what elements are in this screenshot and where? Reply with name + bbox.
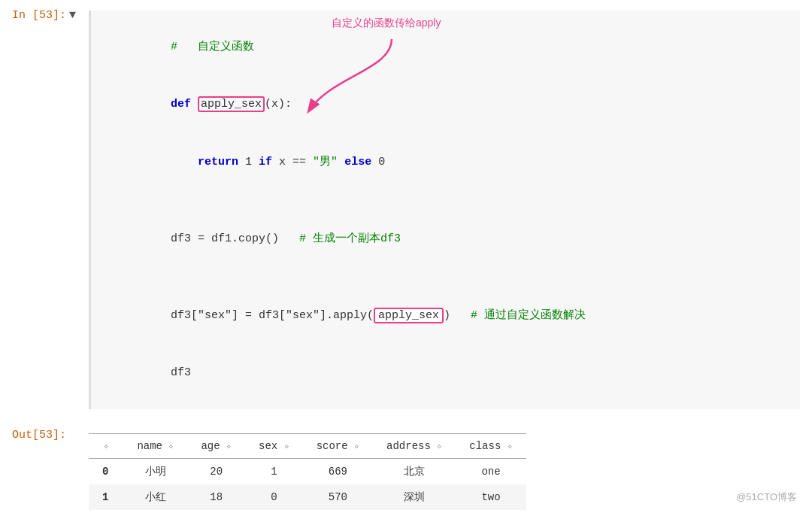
col-header-class[interactable]: class ⬦ [456,434,526,459]
cell-class: one [456,510,526,513]
df3-var: df3 [171,366,191,379]
out-label-text: Out[53]: [12,429,66,442]
cell-address: 北京 [373,459,456,485]
cell-address: 广州 [373,510,456,513]
cell-age: 18 [187,484,245,510]
else-val: 0 [378,156,385,168]
comment-2: # 生成一个副本df3 [299,232,401,245]
cell-address: 深圳 [373,484,456,510]
keyword-else: else [344,156,378,168]
code-line-1: # 自定义函数 [103,18,788,76]
row-index: 1 [89,484,123,510]
cell-name: 小明 [123,459,187,485]
df3-assign: df3 = df1.copy() [171,232,299,245]
dataframe-table: ⬦ name ⬦ age ⬦ sex ⬦ score ⬦ address ⬦ c… [89,433,526,513]
cell-content: # 自定义函数 def apply_sex(x): return 1 if x … [83,8,812,412]
col-header-name[interactable]: name ⬦ [123,434,187,459]
collapse-arrow[interactable]: ▼ [69,9,76,22]
func-name-highlight: apply_sex [198,96,265,112]
indent-3 [171,156,198,168]
cell-name: 小孙 [123,510,187,513]
code-line-3: return 1 if x == "男" else 0 [103,133,788,191]
cell-name: 小红 [123,484,187,510]
cell-input: In [53]: ▼ # 自定义函数 def apply_sex(x): ret… [0,0,812,420]
cell-score: 642 [303,510,373,513]
apply-sex-highlight: apply_sex [374,308,444,323]
keyword-if: if [259,156,279,168]
apply-right: ) [444,309,471,322]
cell-sex: 1 [245,510,303,513]
cell-age: 27 [187,510,245,513]
watermark: @51CTO博客 [736,490,797,504]
col-header-score[interactable]: score ⬦ [303,434,373,459]
space-else [338,156,344,168]
code-block: # 自定义函数 def apply_sex(x): return 1 if x … [89,11,800,409]
cell-age: 20 [187,459,245,485]
cell-score: 570 [303,484,373,510]
annotation-text: 自定义的函数传给apply [332,17,441,30]
row-index: 0 [89,459,123,485]
col-header-address[interactable]: address ⬦ [373,434,456,459]
cell-sex: 1 [245,459,303,485]
table-body: 0小明201669北京one1小红180570深圳two2小孙271642广州o… [89,459,526,514]
col-header-idx[interactable]: ⬦ [89,434,123,459]
table-header: ⬦ name ⬦ age ⬦ sex ⬦ score ⬦ address ⬦ c… [89,434,526,459]
return-val: 1 [245,156,259,168]
table-row: 1小红180570深圳two [89,484,526,510]
cell-sex: 0 [245,484,303,510]
str-man: "男" [313,156,338,168]
cond-x: x == [279,156,313,168]
code-line-5: df3 = df1.copy() # 生成一个副本df3 [103,210,788,268]
code-line-2: def apply_sex(x): [103,76,788,134]
keyword-return: return [198,156,245,168]
code-line-7: df3["sex"] = df3["sex"].apply(apply_sex)… [103,287,788,345]
cell-class: two [456,484,526,510]
cell-output: Out[53]: ⬦ name ⬦ age ⬦ sex ⬦ score ⬦ ad… [0,420,812,513]
comment-3: # 通过自定义函数解决 [471,309,586,322]
func-args: (x): [265,98,292,111]
table-row: 2小孙271642广州one [89,510,526,513]
code-line-6 [103,268,788,287]
output-content: ⬦ name ⬦ age ⬦ sex ⬦ score ⬦ address ⬦ c… [83,427,812,513]
comment-1: # 自定义函数 [171,41,254,53]
cell-label-out: Out[53]: [0,427,83,442]
col-header-age[interactable]: age ⬦ [187,434,245,459]
cell-class: one [456,459,526,485]
code-line-8: df3 [103,345,788,402]
apply-left: df3["sex"] = df3["sex"].apply( [171,309,374,322]
col-header-sex[interactable]: sex ⬦ [245,434,303,459]
code-line-4 [103,191,788,211]
notebook-cell: In [53]: ▼ # 自定义函数 def apply_sex(x): ret… [0,0,812,513]
in-label-text: In [53]: [12,9,66,22]
cell-label-in: In [53]: ▼ [0,8,83,22]
row-index: 2 [89,510,123,513]
keyword-def: def [171,98,198,111]
table-row: 0小明201669北京one [89,459,526,485]
cell-score: 669 [303,459,373,485]
